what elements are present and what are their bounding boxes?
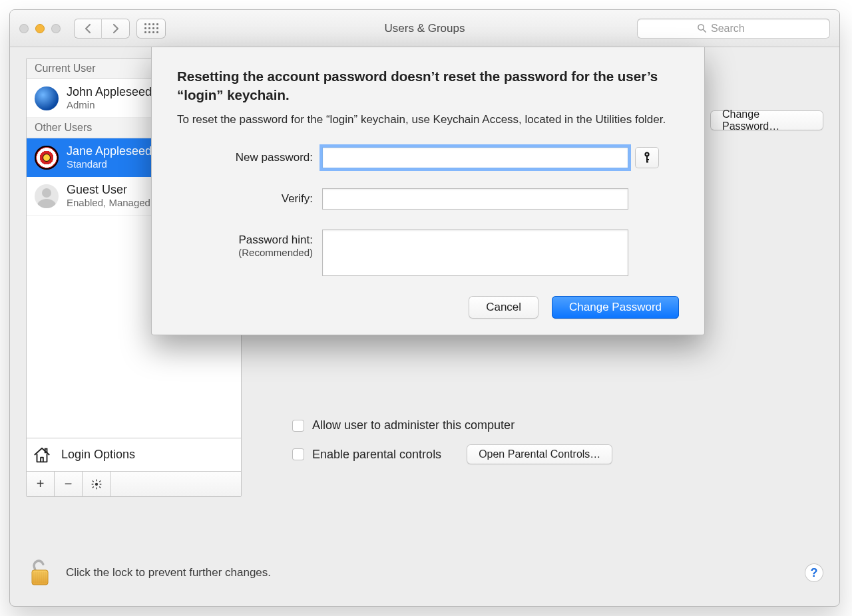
lock-help-text: Click the lock to prevent further change… [66, 566, 271, 579]
footer: Click the lock to prevent further change… [26, 553, 823, 593]
traffic-lights [19, 24, 61, 33]
user-role: Standard [67, 158, 152, 170]
user-name: Jane Appleseed [67, 144, 152, 159]
svg-line-1 [704, 30, 706, 33]
change-password-button[interactable]: Change Password… [710, 110, 823, 130]
nav-back-forward [74, 19, 130, 39]
sheet-heading: Resetting the account password doesn’t r… [177, 67, 679, 104]
hint-recommended-label: (Recommended) [177, 247, 313, 258]
add-user-button[interactable]: + [27, 472, 55, 496]
show-all-button[interactable] [136, 19, 166, 39]
svg-rect-6 [91, 484, 93, 484]
checkbox-icon [292, 420, 304, 432]
key-icon [642, 151, 652, 164]
close-window-button[interactable] [19, 24, 29, 33]
minus-icon: − [65, 476, 73, 492]
cancel-button[interactable]: Cancel [469, 296, 538, 319]
actions-menu-button[interactable] [83, 472, 110, 496]
checkbox-icon [292, 448, 304, 460]
password-assistant-button[interactable] [635, 147, 659, 168]
sheet-subtext: To reset the password for the “login” ke… [177, 112, 679, 128]
svg-rect-11 [99, 480, 101, 482]
admin-checkbox-label: Allow user to administer this computer [312, 418, 515, 432]
new-password-input[interactable] [322, 147, 628, 168]
user-role: Enabled, Managed [67, 197, 150, 209]
user-name: John Appleseed [67, 85, 152, 100]
verify-label: Verify: [177, 188, 322, 206]
user-role: Admin [67, 99, 152, 111]
parental-checkbox-label: Enable parental controls [312, 448, 441, 462]
minimize-window-button[interactable] [35, 24, 45, 33]
search-placeholder: Search [711, 23, 745, 35]
hint-label: Password hint: [239, 233, 314, 246]
verify-password-input[interactable] [322, 188, 628, 210]
unlock-icon[interactable] [26, 557, 53, 589]
avatar-target-icon [35, 146, 59, 170]
plus-icon: + [37, 476, 45, 492]
remove-user-button[interactable]: − [55, 472, 83, 496]
forward-button[interactable] [102, 19, 130, 39]
svg-rect-24 [646, 161, 648, 162]
avatar-earth-icon [35, 86, 59, 110]
preferences-window: Users & Groups Search Current User John … [9, 9, 840, 607]
zoom-window-button[interactable] [51, 24, 61, 33]
svg-rect-5 [96, 487, 97, 489]
svg-rect-7 [99, 484, 101, 484]
svg-rect-10 [92, 486, 94, 488]
svg-point-21 [646, 154, 648, 156]
login-options-row[interactable]: Login Options [27, 438, 241, 471]
grid-icon [144, 23, 158, 33]
password-hint-input[interactable] [322, 230, 628, 276]
svg-rect-2 [45, 448, 47, 452]
svg-point-3 [95, 482, 97, 485]
svg-rect-9 [99, 486, 101, 488]
svg-rect-8 [92, 480, 94, 482]
titlebar: Users & Groups Search [10, 10, 839, 47]
sidebar-toolbar: + − [27, 471, 241, 496]
admin-checkbox-row[interactable]: Allow user to administer this computer [292, 418, 612, 432]
gear-icon [91, 479, 102, 490]
new-password-label: New password: [177, 147, 322, 164]
reset-password-sheet: Resetting the account password doesn’t r… [151, 47, 705, 335]
search-icon [697, 23, 707, 33]
avatar-guest-icon [35, 184, 59, 208]
login-options-label: Login Options [61, 448, 135, 462]
back-button[interactable] [74, 19, 102, 39]
home-icon [32, 445, 52, 465]
user-name: Guest User [67, 183, 150, 198]
change-password-confirm-button[interactable]: Change Password [552, 296, 679, 319]
svg-rect-23 [646, 159, 649, 160]
search-input[interactable]: Search [637, 19, 830, 39]
svg-rect-4 [96, 479, 97, 481]
open-parental-controls-button[interactable]: Open Parental Controls… [467, 444, 612, 464]
help-button[interactable]: ? [805, 563, 823, 582]
